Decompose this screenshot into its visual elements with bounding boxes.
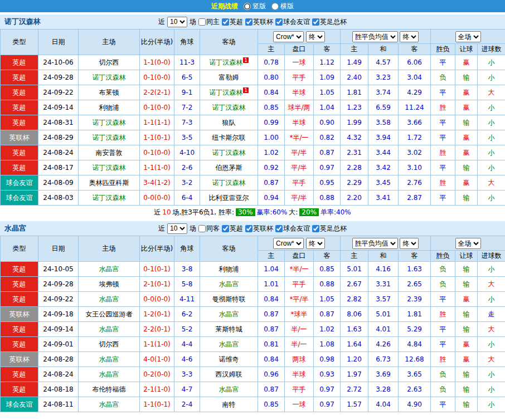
- same-venue-option[interactable]: 同客: [198, 224, 220, 233]
- euro-home-odds-cell: 1.23: [341, 100, 368, 115]
- away-team-cell[interactable]: 利物浦: [200, 262, 258, 277]
- league-facup-checkbox[interactable]: [312, 18, 319, 26]
- match-count-select[interactable]: 10: [167, 17, 187, 27]
- league-eflcup-checkbox[interactable]: [245, 18, 252, 26]
- europe-odds-select[interactable]: 胜平负均值: [352, 31, 398, 42]
- asian-away-odds-cell: 0.85: [314, 262, 341, 277]
- home-team-cell[interactable]: 诺丁汉森林: [79, 115, 140, 130]
- odds-source-select[interactable]: Crow*: [273, 238, 304, 249]
- handicap-result-cell: 赢: [455, 175, 478, 191]
- league-filter-facup[interactable]: 英足总杯: [312, 17, 347, 27]
- match-row: 英超24-08-24水晶宫0-2(0-0)3-3西汉姆联0.96半球0.931.…: [1, 367, 505, 382]
- odds-final-select[interactable]: 终: [306, 238, 325, 249]
- europe-final-select[interactable]: 终: [400, 238, 419, 249]
- league-friendly-checkbox[interactable]: [275, 18, 283, 26]
- league-epl-checkbox[interactable]: [222, 18, 229, 26]
- home-team-cell[interactable]: 诺丁汉森林: [79, 160, 140, 175]
- away-team-cell[interactable]: 纽卡斯尔联: [200, 130, 258, 145]
- home-team-cell[interactable]: 水晶宫: [79, 397, 140, 412]
- same-venue-checkbox[interactable]: [198, 225, 206, 232]
- corner-cell: 11-3: [174, 55, 200, 70]
- europe-final-select[interactable]: 终: [400, 31, 419, 42]
- league-filter-epl[interactable]: 英超: [222, 17, 243, 27]
- league-filter-friendly[interactable]: 球会友谊: [275, 224, 310, 233]
- euro-home-odds-cell: 1.97: [341, 367, 368, 382]
- scope-select[interactable]: 全场: [455, 238, 481, 249]
- subcol-result: 胜负: [431, 251, 455, 262]
- home-team-cell[interactable]: 布伦特福德: [79, 382, 140, 397]
- home-team-cell[interactable]: 水晶宫: [79, 352, 140, 367]
- scope-select[interactable]: 全场: [455, 31, 481, 42]
- home-team-cell[interactable]: 切尔西: [79, 337, 140, 352]
- league-filter-epl[interactable]: 英超: [222, 224, 243, 233]
- euro-home-odds-cell: 1.20: [341, 352, 368, 367]
- away-team-cell[interactable]: 西汉姆联: [200, 367, 258, 382]
- away-team-cell[interactable]: 比利亚雷亚尔: [200, 191, 258, 206]
- away-team-cell[interactable]: 富勒姆: [200, 70, 258, 85]
- home-team-cell[interactable]: 诺丁汉森林: [79, 70, 140, 85]
- match-date-cell: 24-08-18: [38, 382, 79, 397]
- away-team-cell[interactable]: 南特: [200, 397, 258, 412]
- home-team-cell[interactable]: 利物浦: [79, 100, 140, 115]
- away-team-cell[interactable]: 诺丁汉森林: [200, 145, 258, 160]
- match-count-select[interactable]: 10: [167, 223, 187, 234]
- away-team-cell[interactable]: 水晶宫: [200, 337, 258, 352]
- away-team-cell[interactable]: 水晶宫: [200, 277, 258, 292]
- summary-record: 场,胜3平6负1, 胜率:: [173, 208, 234, 217]
- goals-result-cell: 小: [478, 382, 505, 397]
- home-team-cell[interactable]: 女王公园巡游者: [79, 307, 140, 322]
- league-filter-eflcup[interactable]: 英联杯: [245, 224, 273, 233]
- match-date-cell: 24-08-09: [38, 175, 79, 191]
- team-name: 水晶宫: [4, 223, 26, 233]
- euro-draw-odds-cell: 3.41: [368, 191, 399, 206]
- asian-home-odds-cell: 0.81: [258, 337, 285, 352]
- away-team-cell[interactable]: 诺丁汉森林1: [200, 85, 258, 100]
- home-team-cell[interactable]: 水晶宫: [79, 292, 140, 307]
- score-cell: 1-1(0-1): [140, 397, 174, 412]
- same-venue-checkbox[interactable]: [198, 18, 206, 26]
- home-team-cell[interactable]: 奥林匹亚科斯: [79, 175, 140, 191]
- corner-cell: 9-1: [174, 85, 200, 100]
- layout-vertical-option[interactable]: 竖版: [244, 2, 266, 11]
- away-team-cell[interactable]: 伯恩茅斯: [200, 160, 258, 175]
- home-team-cell[interactable]: 布莱顿: [79, 85, 140, 100]
- away-team-cell[interactable]: 水晶宫: [200, 382, 258, 397]
- away-team-cell[interactable]: 诺维奇: [200, 352, 258, 367]
- vertical-radio-input[interactable]: [244, 3, 251, 10]
- away-team-cell[interactable]: 诺丁汉森林: [200, 175, 258, 191]
- league-type-cell: 英超: [1, 145, 38, 160]
- home-team-cell[interactable]: 诺丁汉森林: [79, 191, 140, 206]
- away-team-cell[interactable]: 水晶宫: [200, 307, 258, 322]
- home-team-cell[interactable]: 水晶宫: [79, 367, 140, 382]
- home-team-cell[interactable]: 水晶宫: [79, 322, 140, 337]
- home-team-cell[interactable]: 南安普敦: [79, 145, 140, 160]
- league-filter-facup[interactable]: 英足总杯: [312, 224, 347, 233]
- league-filter-friendly[interactable]: 球会友谊: [275, 17, 310, 27]
- odds-final-select[interactable]: 终: [306, 31, 325, 42]
- league-friendly-checkbox[interactable]: [275, 225, 283, 232]
- league-facup-checkbox[interactable]: [312, 225, 319, 232]
- league-type-cell: 球会友谊: [1, 397, 38, 412]
- away-team-cell[interactable]: 莱斯特城: [200, 322, 258, 337]
- away-team-cell[interactable]: 狼队: [200, 115, 258, 130]
- home-team-cell[interactable]: 水晶宫: [79, 262, 140, 277]
- home-team-cell[interactable]: 诺丁汉森林: [79, 130, 140, 145]
- league-epl-checkbox[interactable]: [222, 225, 229, 232]
- layout-horizontal-option[interactable]: 横版: [271, 2, 294, 11]
- away-team-cell[interactable]: 诺丁汉森林: [200, 100, 258, 115]
- away-team-cell[interactable]: 曼彻斯特联: [200, 292, 258, 307]
- odds-source-select[interactable]: Crow*: [273, 31, 304, 42]
- horizontal-radio-input[interactable]: [271, 3, 279, 10]
- europe-odds-select[interactable]: 胜平负均值: [352, 238, 398, 249]
- subcol-euro-home: 主: [341, 251, 368, 262]
- league-eflcup-checkbox[interactable]: [245, 225, 252, 232]
- handicap-cell: *半/一: [285, 262, 314, 277]
- away-team-cell[interactable]: 诺丁汉森林1: [200, 55, 258, 70]
- league-filter-eflcup[interactable]: 英联杯: [245, 17, 273, 27]
- league-eflcup-label: 英联杯: [253, 224, 273, 233]
- subcol-handicap-result: 让球: [455, 251, 478, 262]
- home-team-cell[interactable]: 切尔西: [79, 55, 140, 70]
- home-team-cell[interactable]: 埃弗顿: [79, 277, 140, 292]
- same-venue-option[interactable]: 同主: [198, 17, 220, 27]
- match-row: 英超24-09-28诺丁汉森林0-1(0-0)6-5富勒姆0.80平手1.092…: [1, 70, 505, 85]
